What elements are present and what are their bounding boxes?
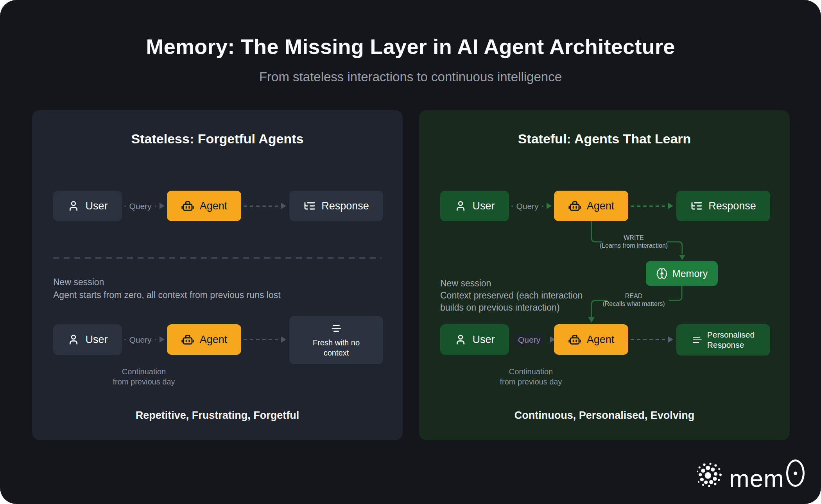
- memory-label: Memory: [672, 268, 708, 279]
- stateful-caption: Continuous, Personalised, Evolving: [419, 409, 790, 422]
- user-node: User: [53, 324, 122, 355]
- agent-label: Agent: [587, 334, 615, 346]
- mem0-dots-icon: [697, 462, 722, 488]
- dashed-line: [124, 339, 126, 340]
- agent-label: Agent: [200, 200, 228, 212]
- note-line: Context preserved (each interaction: [440, 290, 583, 302]
- user-icon: [454, 200, 467, 212]
- personalised-response-label: Personalised Response: [707, 330, 755, 350]
- dashed-line: [244, 339, 278, 340]
- arrowhead-icon: [547, 203, 552, 209]
- personalised-response-node: Personalised Response: [676, 324, 770, 356]
- dashed-line: [155, 339, 156, 340]
- user-icon: [67, 333, 80, 346]
- dashed-line: [124, 206, 126, 207]
- stateless-panel-title: Stateless: Forgetful Agents: [32, 131, 403, 147]
- write-label: WRITE: [575, 234, 692, 242]
- stateful-panel: Stateful: Agents That Learn User Query: [419, 110, 790, 440]
- dashed-line: [631, 339, 665, 340]
- response-node: Response: [289, 191, 383, 221]
- robot-icon: [181, 199, 194, 213]
- page-subtitle: From stateless interactions to continuou…: [0, 70, 821, 84]
- dashed-line: [631, 206, 665, 207]
- continuation-line: Continuation: [94, 366, 194, 377]
- fresh-context-node: Fresh with no context: [289, 316, 383, 364]
- fresh-context-label: Fresh with no context: [313, 338, 360, 358]
- query-arrow: Query: [511, 201, 552, 211]
- user-icon: [454, 333, 467, 346]
- note-line: New session: [440, 277, 583, 290]
- arrowhead-icon: [588, 317, 595, 323]
- read-sublabel: (Recalls what matters): [575, 300, 692, 308]
- agent-node: Agent: [167, 191, 241, 221]
- agent-node: Agent: [554, 191, 628, 221]
- user-icon: [67, 200, 80, 212]
- note-line: New session: [53, 276, 281, 289]
- personalised-line: Personalised: [707, 330, 755, 340]
- read-label: READ: [575, 292, 692, 300]
- query-label: Query: [129, 202, 151, 210]
- dashed-line: [511, 206, 513, 207]
- continuation-line: Continuation: [481, 366, 581, 377]
- query-label: Query: [514, 334, 544, 346]
- new-session-note: New session Context preserved (each inte…: [440, 277, 583, 314]
- flow-arrow: [244, 335, 286, 344]
- query-arrow: Query: [124, 201, 165, 211]
- text-lines-icon: [330, 323, 342, 334]
- query-label: Query: [516, 202, 538, 210]
- infographic-canvas: Memory: The Missing Layer in AI Agent Ar…: [0, 0, 821, 504]
- response-label: Response: [708, 200, 756, 212]
- personalised-line: Response: [707, 340, 755, 350]
- robot-icon: [568, 333, 581, 346]
- page-title: Memory: The Missing Layer in AI Agent Ar…: [0, 34, 821, 59]
- new-session-note: New session Agent starts from zero, all …: [53, 276, 281, 302]
- robot-icon: [568, 199, 581, 213]
- query-label: Query: [129, 336, 151, 344]
- mem0-wordmark: mem: [729, 459, 805, 490]
- write-annotation: WRITE (Learns from interaction): [575, 234, 692, 250]
- arrowhead-icon: [668, 203, 673, 209]
- fresh-line: Fresh with no: [313, 338, 360, 348]
- user-label: User: [85, 334, 108, 346]
- brain-icon: [656, 268, 668, 279]
- arrowhead-icon: [668, 336, 673, 343]
- continuation-line: from previous day: [94, 377, 194, 387]
- note-line: Agent starts from zero, all context from…: [53, 289, 281, 302]
- user-node: User: [440, 324, 509, 355]
- query-arrow: Query: [511, 335, 552, 344]
- stateful-panel-title: Stateful: Agents That Learn: [419, 131, 790, 147]
- flow-arrow: [631, 201, 673, 211]
- user-label: User: [472, 334, 495, 346]
- arrowhead-icon: [679, 255, 685, 260]
- stateless-caption: Repetitive, Frustrating, Forgetful: [32, 409, 403, 422]
- session-divider: [53, 257, 382, 259]
- arrowhead-icon: [160, 336, 165, 343]
- agent-node: Agent: [167, 324, 241, 355]
- mem0-text: mem: [729, 467, 784, 490]
- read-annotation: READ (Recalls what matters): [575, 292, 692, 308]
- user-node: User: [53, 191, 122, 221]
- arrowhead-icon: [281, 203, 286, 209]
- mem0-zero-glyph: [786, 459, 805, 487]
- list-tree-icon: [303, 200, 316, 212]
- fresh-line: context: [313, 348, 360, 358]
- user-label: User: [85, 200, 108, 212]
- robot-icon: [181, 333, 194, 346]
- flow-arrow: [631, 335, 673, 344]
- agent-label: Agent: [200, 334, 228, 346]
- user-label: User: [472, 200, 495, 212]
- arrowhead-icon: [160, 203, 165, 209]
- continuation-note: Continuation from previous day: [94, 366, 194, 387]
- response-node: Response: [676, 191, 770, 221]
- memory-connector-lines: [419, 110, 790, 440]
- text-lines-icon: [692, 335, 703, 345]
- list-tree-icon: [690, 200, 703, 212]
- user-node: User: [440, 191, 509, 221]
- stateless-panel: Stateless: Forgetful Agents User Query A…: [32, 110, 403, 440]
- agent-label: Agent: [587, 200, 615, 212]
- query-arrow: Query: [124, 335, 165, 344]
- continuation-line: from previous day: [481, 377, 581, 387]
- flow-arrow: [244, 201, 286, 211]
- note-line: builds on previous interaction): [440, 302, 583, 314]
- arrowhead-icon: [281, 336, 286, 343]
